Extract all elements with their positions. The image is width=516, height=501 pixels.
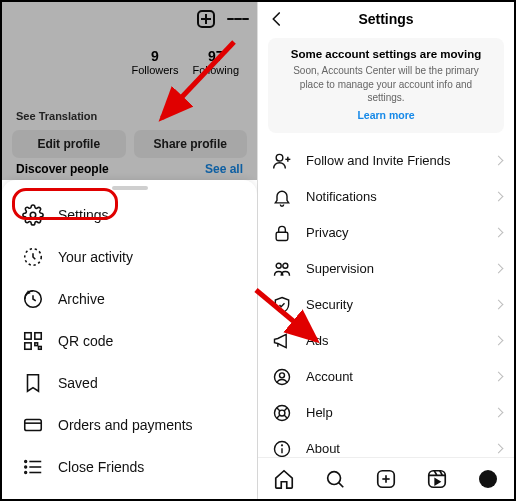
svg-rect-8 bbox=[25, 420, 42, 431]
bottom-nav bbox=[258, 457, 514, 499]
settings-item-label: Security bbox=[306, 297, 353, 312]
create-icon[interactable] bbox=[195, 8, 217, 30]
bookmark-icon bbox=[22, 372, 44, 394]
svg-rect-7 bbox=[39, 347, 42, 350]
learn-more-link[interactable]: Learn more bbox=[357, 109, 414, 121]
info-icon bbox=[272, 439, 292, 459]
settings-list: Follow and Invite Friends Notifications … bbox=[258, 143, 514, 467]
settings-item-label: Account bbox=[306, 369, 353, 384]
edit-profile-button[interactable]: Edit profile bbox=[12, 130, 126, 158]
settings-item-label: Ads bbox=[306, 333, 328, 348]
following-stat[interactable]: 97 Following bbox=[193, 48, 239, 76]
following-label: Following bbox=[193, 64, 239, 76]
profile-stats: 9 Followers 97 Following bbox=[131, 48, 239, 76]
add-user-icon bbox=[272, 151, 292, 171]
settings-item-security[interactable]: Security bbox=[258, 287, 514, 323]
svg-point-32 bbox=[282, 444, 283, 445]
menu-item-label: Your activity bbox=[58, 249, 133, 265]
chevron-right-icon bbox=[494, 300, 504, 310]
nav-search-icon[interactable] bbox=[324, 468, 346, 490]
menu-item-qr[interactable]: QR code bbox=[2, 320, 257, 362]
followers-count: 9 bbox=[131, 48, 178, 64]
archive-icon bbox=[22, 288, 44, 310]
svg-point-33 bbox=[327, 471, 340, 484]
see-translation-link[interactable]: See Translation bbox=[16, 110, 97, 122]
chevron-right-icon bbox=[494, 336, 504, 346]
menu-item-archive[interactable]: Archive bbox=[2, 278, 257, 320]
settings-item-supervision[interactable]: Supervision bbox=[258, 251, 514, 287]
settings-item-help[interactable]: Help bbox=[258, 395, 514, 431]
menu-item-label: Settings bbox=[58, 207, 109, 223]
menu-sheet: Settings Your activity Archive QR code bbox=[2, 180, 257, 499]
list-icon bbox=[22, 456, 44, 478]
payments-icon bbox=[22, 414, 44, 436]
activity-icon bbox=[22, 246, 44, 268]
settings-item-label: Follow and Invite Friends bbox=[306, 153, 451, 168]
settings-item-label: Help bbox=[306, 405, 333, 420]
svg-point-23 bbox=[280, 372, 285, 377]
banner-text: Soon, Accounts Center will be the primar… bbox=[280, 64, 492, 105]
svg-point-16 bbox=[276, 154, 283, 161]
menu-item-settings[interactable]: Settings bbox=[2, 194, 257, 236]
svg-rect-4 bbox=[35, 333, 41, 339]
settings-item-notifications[interactable]: Notifications bbox=[258, 179, 514, 215]
menu-item-orders[interactable]: Orders and payments bbox=[2, 404, 257, 446]
nav-create-icon[interactable] bbox=[375, 468, 397, 490]
settings-header: Settings bbox=[258, 2, 514, 36]
shield-icon bbox=[272, 295, 292, 315]
svg-point-12 bbox=[25, 461, 27, 463]
gear-icon bbox=[22, 204, 44, 226]
settings-item-follow-invite[interactable]: Follow and Invite Friends bbox=[258, 143, 514, 179]
svg-rect-38 bbox=[429, 470, 446, 487]
settings-item-label: About bbox=[306, 441, 340, 456]
lock-icon bbox=[272, 223, 292, 243]
svg-line-34 bbox=[338, 482, 343, 487]
nav-profile-icon[interactable] bbox=[477, 468, 499, 490]
svg-rect-6 bbox=[35, 343, 38, 346]
followers-stat[interactable]: 9 Followers bbox=[131, 48, 178, 76]
svg-line-26 bbox=[277, 408, 280, 411]
bell-icon bbox=[272, 187, 292, 207]
settings-item-ads[interactable]: Ads bbox=[258, 323, 514, 359]
megaphone-icon bbox=[272, 331, 292, 351]
menu-item-label: Orders and payments bbox=[58, 417, 193, 433]
share-profile-button[interactable]: Share profile bbox=[134, 130, 248, 158]
chevron-right-icon bbox=[494, 192, 504, 202]
settings-item-privacy[interactable]: Privacy bbox=[258, 215, 514, 251]
svg-point-13 bbox=[25, 466, 27, 468]
menu-item-closefriends[interactable]: Close Friends bbox=[2, 446, 257, 488]
followers-label: Followers bbox=[131, 64, 178, 76]
menu-item-saved[interactable]: Saved bbox=[2, 362, 257, 404]
svg-line-29 bbox=[284, 415, 287, 418]
profile-area: 9 Followers 97 Following See Translation… bbox=[2, 2, 257, 180]
sheet-grabber[interactable] bbox=[112, 186, 148, 190]
annotated-screenshot: 9 Followers 97 Following See Translation… bbox=[0, 0, 516, 501]
svg-point-20 bbox=[276, 263, 281, 268]
discover-people-label: Discover people bbox=[16, 162, 109, 176]
page-title: Settings bbox=[258, 11, 514, 27]
svg-rect-3 bbox=[25, 333, 31, 339]
banner-heading: Some account settings are moving bbox=[280, 48, 492, 60]
settings-item-label: Notifications bbox=[306, 189, 377, 204]
menu-icon[interactable] bbox=[227, 8, 249, 30]
following-count: 97 bbox=[193, 48, 239, 64]
left-phone: 9 Followers 97 Following See Translation… bbox=[2, 2, 258, 499]
qr-icon bbox=[22, 330, 44, 352]
svg-point-21 bbox=[283, 263, 288, 268]
settings-item-account[interactable]: Account bbox=[258, 359, 514, 395]
see-all-link[interactable]: See all bbox=[205, 162, 243, 176]
settings-item-label: Privacy bbox=[306, 225, 349, 240]
account-icon bbox=[272, 367, 292, 387]
nav-reels-icon[interactable] bbox=[426, 468, 448, 490]
menu-item-activity[interactable]: Your activity bbox=[2, 236, 257, 278]
menu-item-label: Archive bbox=[58, 291, 105, 307]
svg-point-24 bbox=[275, 405, 290, 420]
svg-point-25 bbox=[279, 410, 285, 416]
menu-item-label: QR code bbox=[58, 333, 113, 349]
svg-line-28 bbox=[277, 415, 280, 418]
nav-home-icon[interactable] bbox=[273, 468, 295, 490]
help-icon bbox=[272, 403, 292, 423]
svg-line-27 bbox=[284, 408, 287, 411]
settings-item-label: Supervision bbox=[306, 261, 374, 276]
chevron-right-icon bbox=[494, 228, 504, 238]
